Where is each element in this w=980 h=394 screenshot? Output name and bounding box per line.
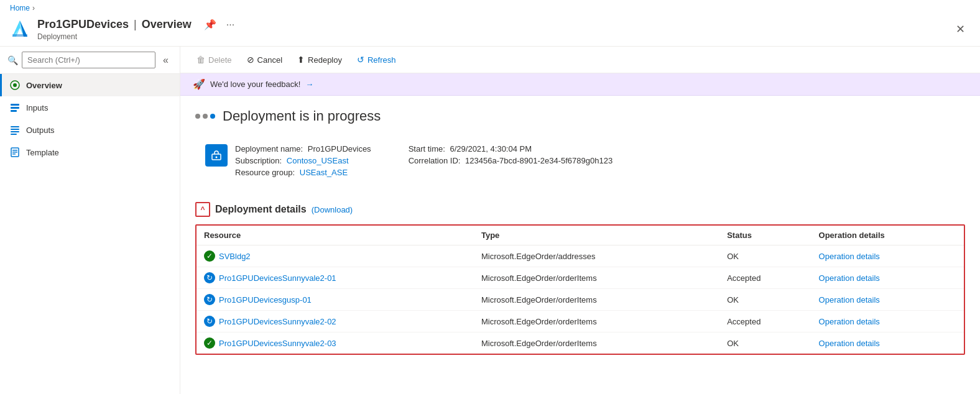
redeploy-icon: ⬆ [297,55,305,65]
details-table-wrapper: Resource Type Status Operation details ✓… [195,224,965,355]
deployment-name-value: Pro1GPUDevices [308,144,371,153]
resource-group-link[interactable]: USEast_ASE [300,168,348,177]
inputs-icon [10,103,20,112]
sidebar-item-overview[interactable]: Overview [0,74,180,96]
svg-rect-12 [11,134,17,135]
operation-details-link[interactable]: Operation details [819,339,880,348]
col-type: Type [474,226,719,245]
resource-link[interactable]: Pro1GPUDevicesSunnyvale2-03 [219,339,336,348]
refresh-icon: ↺ [357,55,364,65]
table-row: ✓SVBldg2Microsoft.EdgeOrder/addressesOKO… [196,245,964,267]
template-icon [10,147,20,157]
delete-icon: 🗑 [196,55,205,65]
search-bar: 🔍 « [0,47,180,74]
refresh-button[interactable]: ↺ Refresh [351,52,402,68]
resource-cell: ✓Pro1GPUDevicesSunnyvale2-03 [196,332,474,354]
col-operation: Operation details [811,226,964,245]
operation-details-link[interactable]: Operation details [819,295,880,305]
delete-button[interactable]: 🗑 Delete [190,52,238,68]
details-section: ^ Deployment details (Download) Resource… [195,202,965,355]
svg-rect-15 [12,152,17,153]
deployment-status-title: Deployment is in progress [223,108,381,124]
feedback-banner: 🚀 We'd love your feedback! → [180,73,980,96]
svg-rect-10 [11,129,19,130]
status-ok-icon: ✓ [204,250,215,262]
subscription-label: Subscription: [235,156,282,165]
content-area: 🗑 Delete ⊘ Cancel ⬆ Redeploy ↺ Refresh 🚀… [180,47,980,394]
correlation-label: Correlation ID: [409,156,461,165]
status-cell: Accepted [719,311,811,332]
subscription-link[interactable]: Contoso_USEast [287,156,349,165]
deployment-info-icon [205,144,228,167]
refresh-label: Refresh [368,55,396,65]
app-logo [10,19,30,39]
overview-icon [10,80,20,90]
resource-cell: ↻Pro1GPUDevicesSunnyvale2-02 [196,311,474,332]
resource-cell: ✓SVBldg2 [196,245,474,267]
cancel-icon: ⊘ [247,55,254,65]
table-row: ✓Pro1GPUDevicesSunnyvale2-03Microsoft.Ed… [196,332,964,354]
operation-details-link[interactable]: Operation details [819,317,880,326]
dot-1 [195,114,200,119]
delete-label: Delete [208,55,232,65]
deployment-info: Deployment name: Pro1GPUDevices Subscrip… [195,137,965,187]
sidebar-item-outputs[interactable]: Outputs [0,119,180,141]
breadcrumb-sep: › [32,4,35,12]
close-button[interactable]: ✕ [951,20,970,39]
resource-group-label: Resource group: [235,168,295,177]
col-resource: Resource [196,226,474,245]
resource-link[interactable]: Pro1GPUDevicesSunnyvale2-02 [219,317,336,326]
resource-group-row: Resource group: USEast_ASE [235,168,371,177]
deployment-name-row: Deployment name: Pro1GPUDevices [235,144,371,153]
progress-dots [195,114,215,119]
status-progress-icon: ↻ [204,272,215,283]
start-time-value: 6/29/2021, 4:30:04 PM [450,144,532,153]
feedback-text: We'd love your feedback! [210,80,300,89]
feedback-arrow[interactable]: → [305,80,313,89]
cancel-button[interactable]: ⊘ Cancel [241,52,289,68]
svg-point-5 [13,83,17,87]
outputs-icon [10,125,20,135]
resource-link[interactable]: Pro1GPUDevicesSunnyvale2-01 [219,273,336,283]
table-row: ↻Pro1GPUDevicesgusp-01Microsoft.EdgeOrde… [196,289,964,311]
svg-rect-11 [11,131,19,132]
svg-rect-8 [11,110,17,112]
correlation-row: Correlation ID: 123456a-7bcd-8901-2e34-5… [409,156,955,165]
resource-link[interactable]: SVBldg2 [219,252,251,261]
inputs-label: Inputs [26,103,48,112]
operation-details-link[interactable]: Operation details [819,273,880,283]
resource-cell: ↻Pro1GPUDevicesSunnyvale2-01 [196,267,474,289]
search-input[interactable] [22,52,155,68]
type-cell: Microsoft.EdgeOrder/orderItems [474,311,719,332]
svg-rect-7 [11,107,19,109]
breadcrumb-home[interactable]: Home [10,4,30,12]
resource-link[interactable]: Pro1GPUDevicesgusp-01 [219,295,312,305]
operation-details-link[interactable]: Operation details [819,252,880,261]
pin-button[interactable]: 📌 [201,17,219,32]
collapse-button[interactable]: « [159,53,172,67]
deployment-header: Deployment is in progress [195,108,965,124]
sidebar-item-inputs[interactable]: Inputs [0,96,180,119]
deployment-info-left: Deployment name: Pro1GPUDevices Subscrip… [235,144,371,180]
status-cell: OK [719,332,811,354]
app-title-block: Pro1GPUDevices | Overview 📌 ··· Deployme… [37,17,951,41]
more-button[interactable]: ··· [224,18,237,32]
toolbar: 🗑 Delete ⊘ Cancel ⬆ Redeploy ↺ Refresh [180,47,980,73]
status-progress-icon: ↻ [204,316,215,327]
deployment-name-label: Deployment name: [235,144,303,153]
redeploy-button[interactable]: ⬆ Redeploy [291,52,348,68]
main-content: Deployment is in progress Deployment n [180,96,980,394]
status-ok-icon: ✓ [204,337,215,349]
svg-rect-6 [11,104,19,106]
collapse-details-button[interactable]: ^ [195,202,210,217]
app-subtitle: Deployment [37,32,951,41]
download-link[interactable]: (Download) [312,205,353,214]
sidebar-item-template[interactable]: Template [0,141,180,163]
search-icon: 🔍 [7,55,18,65]
svg-rect-14 [12,150,17,151]
operation-cell: Operation details [811,289,964,311]
feedback-icon: 🚀 [193,78,205,90]
type-cell: Microsoft.EdgeOrder/addresses [474,245,719,267]
subscription-row: Subscription: Contoso_USEast [235,156,371,165]
outputs-label: Outputs [26,126,55,135]
